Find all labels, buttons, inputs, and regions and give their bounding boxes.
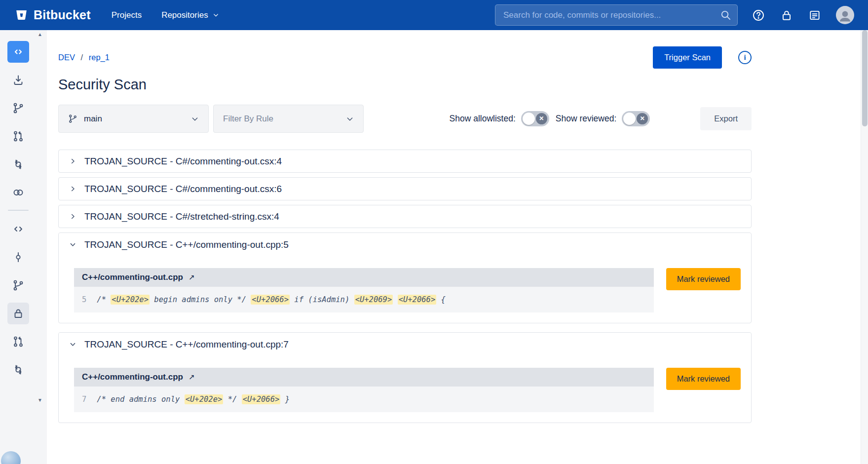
mark-reviewed-button[interactable]: Mark reviewed — [666, 368, 741, 390]
finding-row[interactable]: TROJAN_SOURCE - C++/commenting-out.cpp:5 — [59, 233, 751, 256]
unicode-token: <U+2066> — [251, 295, 290, 305]
topbar: Bitbucket Projects Repositories — [0, 0, 868, 30]
sidebar-item-fork[interactable] — [7, 359, 29, 381]
finding-title: TROJAN_SOURCE - C#/commenting-out.csx:6 — [84, 184, 282, 194]
code-icon — [12, 223, 24, 235]
sidebar-item-pull-request-alt[interactable] — [7, 331, 29, 352]
show-allowlisted-toggle[interactable]: ✕ — [521, 111, 549, 126]
unicode-token: <U+2066> — [398, 295, 437, 305]
branch-select-value: main — [84, 114, 102, 124]
toggle-off-icon: ✕ — [536, 113, 547, 124]
download-icon — [12, 74, 24, 86]
user-avatar[interactable] — [836, 6, 854, 24]
breadcrumb-repo-link[interactable]: rep_1 — [89, 53, 110, 62]
export-button[interactable]: Export — [700, 107, 752, 130]
chevron-right-icon — [69, 213, 76, 220]
show-reviewed-label: Show reviewed: — [556, 114, 617, 124]
search-icon[interactable] — [720, 9, 731, 21]
sidebar: ▲ ▼ — [0, 30, 47, 464]
external-link-icon: ↗ — [187, 273, 195, 281]
file-link[interactable]: C++/commenting-out.cpp ↗ — [82, 272, 195, 282]
code-panel-header: C++/commenting-out.cpp ↗ — [74, 368, 654, 387]
unicode-token: <U+202e> — [185, 394, 224, 404]
code-panel: C++/commenting-out.cpp ↗ 5 /* <U+202e> b… — [74, 268, 654, 312]
sidebar-divider — [8, 210, 29, 211]
filter-row: main Filter By Rule Show allowlisted: ✕ … — [58, 105, 752, 133]
code-segment: if (isAdmin) — [290, 295, 354, 304]
file-name: C++/commenting-out.cpp — [82, 272, 183, 282]
code-panel: C++/commenting-out.cpp ↗ 7 /* end admins… — [74, 368, 654, 412]
sidebar-item-compare[interactable] — [7, 154, 29, 175]
sidebar-item-branches[interactable] — [7, 97, 29, 119]
rule-filter-select[interactable]: Filter By Rule — [213, 105, 364, 133]
code-text: /* <U+202e> begin admins only */ <U+2066… — [97, 295, 446, 304]
nav-repositories[interactable]: Repositories — [161, 10, 219, 20]
bitbucket-logo-icon — [15, 8, 28, 22]
finding-title: TROJAN_SOURCE - C++/commenting-out.cpp:7 — [84, 339, 289, 350]
code-segment: */ — [223, 395, 241, 404]
findings-list: TROJAN_SOURCE - C#/commenting-out.csx:4 … — [58, 150, 752, 423]
unicode-token: <U+2066> — [242, 394, 281, 404]
file-link[interactable]: C++/commenting-out.cpp ↗ — [82, 372, 195, 382]
show-reviewed-toggle[interactable]: ✕ — [622, 111, 650, 126]
main-content: DEV / rep_1 Trigger Scan i Security Scan… — [47, 30, 861, 464]
repository-code-icon — [12, 46, 24, 58]
finding-row[interactable]: TROJAN_SOURCE - C#/commenting-out.csx:6 — [58, 177, 752, 200]
bitbucket-home-link[interactable]: Bitbucket — [15, 8, 91, 22]
topbar-actions — [752, 6, 854, 24]
builds-icon — [12, 187, 24, 198]
toggle-knob — [623, 113, 636, 125]
scrollbar-thumb[interactable] — [862, 30, 868, 126]
sidebar-item-pull-requests[interactable] — [7, 125, 29, 147]
branch-icon — [12, 279, 24, 291]
chevron-down-icon — [69, 341, 76, 348]
info-icon[interactable]: i — [738, 51, 752, 64]
breadcrumb-separator: / — [81, 53, 83, 62]
breadcrumb-project-link[interactable]: DEV — [58, 53, 75, 62]
unicode-token: <U+2069> — [354, 295, 393, 305]
nav-projects[interactable]: Projects — [112, 10, 142, 20]
code-line: 5 /* <U+202e> begin admins only */ <U+20… — [74, 287, 654, 312]
sidebar-scroll-up-arrow[interactable]: ▲ — [37, 32, 43, 38]
pull-request-icon — [12, 336, 24, 348]
code-segment: } — [280, 395, 290, 404]
chevron-down-icon — [191, 115, 199, 123]
sidebar-item-clone[interactable] — [7, 69, 29, 91]
finding-card: TROJAN_SOURCE - C++/commenting-out.cpp:7… — [58, 332, 752, 423]
compare-icon — [12, 158, 24, 170]
finding-title: TROJAN_SOURCE - C#/stretched-string.csx:… — [84, 211, 279, 222]
search-input[interactable] — [495, 4, 738, 26]
sidebar-scroll-down-arrow[interactable]: ▼ — [37, 397, 43, 403]
trigger-scan-button[interactable]: Trigger Scan — [653, 46, 722, 69]
feedback-icon[interactable] — [808, 8, 822, 22]
sidebar-item-commits[interactable] — [7, 246, 29, 268]
toggle-knob — [523, 113, 535, 125]
code-panel-header: C++/commenting-out.cpp ↗ — [74, 268, 654, 287]
finding-row[interactable]: TROJAN_SOURCE - C#/commenting-out.csx:4 — [58, 150, 752, 173]
sidebar-item-repository[interactable] — [7, 41, 29, 63]
lock-icon[interactable] — [780, 8, 793, 22]
pull-request-icon — [12, 130, 24, 142]
lock-icon — [12, 308, 24, 319]
fork-compare-icon — [12, 364, 24, 376]
page-scrollbar[interactable] — [861, 30, 868, 464]
rule-filter-placeholder: Filter By Rule — [223, 114, 273, 124]
sidebar-item-security-scan[interactable] — [7, 303, 29, 324]
finding-row[interactable]: TROJAN_SOURCE - C++/commenting-out.cpp:7 — [59, 333, 751, 356]
help-icon[interactable] — [752, 8, 765, 22]
code-text: /* end admins only <U+202e> */ <U+2066> … — [97, 395, 290, 404]
mark-reviewed-button[interactable]: Mark reviewed — [666, 268, 741, 290]
line-number: 5 — [82, 295, 86, 304]
breadcrumb: DEV / rep_1 — [58, 53, 110, 62]
code-segment: /* end admins only — [97, 395, 184, 404]
sidebar-item-source[interactable] — [7, 218, 29, 240]
finding-card: TROJAN_SOURCE - C++/commenting-out.cpp:5… — [58, 232, 752, 323]
global-search — [495, 4, 738, 26]
sidebar-item-branch-graph[interactable] — [7, 274, 29, 296]
unicode-token: <U+202e> — [111, 295, 150, 305]
branch-select[interactable]: main — [58, 105, 209, 133]
nav-repositories-label: Repositories — [161, 10, 208, 20]
page-title: Security Scan — [58, 77, 752, 93]
sidebar-item-builds[interactable] — [7, 182, 29, 203]
finding-row[interactable]: TROJAN_SOURCE - C#/stretched-string.csx:… — [58, 205, 752, 228]
